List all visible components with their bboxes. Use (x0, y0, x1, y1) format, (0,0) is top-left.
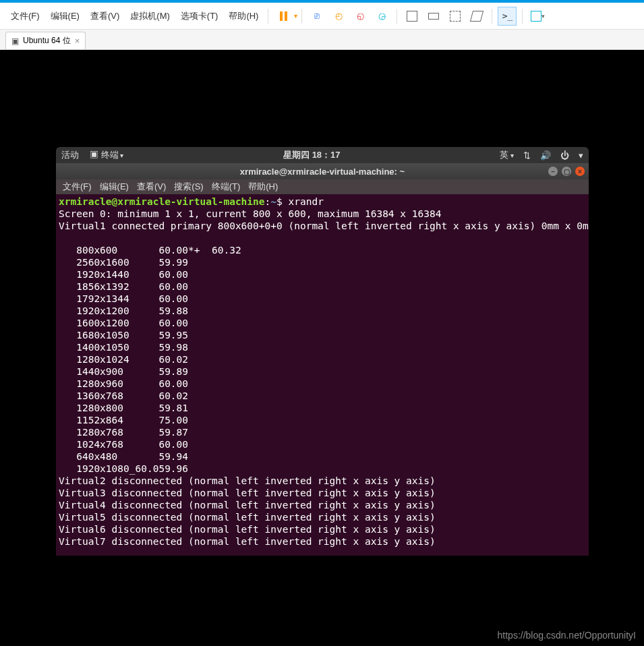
send-cad-icon[interactable]: ⎚ (308, 7, 326, 26)
volume-icon[interactable]: 🔊 (540, 150, 551, 160)
snapshot-manager-icon[interactable]: ◶ (372, 7, 391, 26)
close-icon[interactable]: × (75, 36, 80, 46)
app-menu[interactable]: ▣ 终端 (90, 149, 123, 161)
terminal-title: xrmiracle@xrmiracle-virtual-machine: ~ (240, 167, 405, 177)
window-close-button[interactable]: × (575, 167, 585, 176)
topbar-datetime[interactable]: 星期四 18：17 (123, 149, 500, 161)
menu-vm[interactable]: 虚拟机(M) (125, 10, 175, 22)
menu-view[interactable]: 查看(V) (85, 10, 125, 22)
vm-screen: 🗄 🔊 ? >_ 活动 ▣ 终端 星期四 18：17 英 ⇅ 🔊 ⏻ (0, 50, 644, 646)
input-method-indicator[interactable]: 英 (500, 149, 514, 161)
gnome-topbar: 活动 ▣ 终端 星期四 18：17 英 ⇅ 🔊 ⏻ ▾ (56, 147, 589, 163)
snapshot-take-icon[interactable]: ◴ (329, 7, 348, 26)
menu-help[interactable]: 帮助(H) (223, 10, 264, 22)
activities-button[interactable]: 活动 (61, 149, 79, 161)
vmware-menubar: 文件(F) 编辑(E) 查看(V) 虚拟机(M) 选项卡(T) 帮助(H) ▾ … (0, 3, 644, 30)
window-maximize-button[interactable]: ▢ (562, 167, 571, 176)
pause-icon[interactable] (274, 7, 293, 26)
power-icon[interactable]: ⏻ (560, 150, 569, 160)
term-menu-terminal[interactable]: 终端(T) (209, 181, 243, 193)
console-icon[interactable]: >_ (498, 7, 517, 26)
terminal-output[interactable]: xrmiracle@xrmiracle-virtual-machine:~$ x… (56, 194, 589, 556)
fullscreen-icon[interactable] (403, 7, 421, 26)
settings-icon[interactable]: ▾ (528, 7, 547, 26)
tab-label: Ubuntu 64 位 (23, 35, 71, 47)
menu-file[interactable]: 文件(F) (5, 10, 45, 22)
menu-edit[interactable]: 编辑(E) (45, 10, 85, 22)
term-menu-file[interactable]: 文件(F) (60, 181, 94, 193)
network-icon[interactable]: ⇅ (523, 150, 531, 160)
vmware-tabbar: ▣ Ubuntu 64 位 × (0, 30, 644, 50)
tab-icon: ▣ (11, 36, 19, 46)
watermark-text: https://blog.csdn.net/OpportunityI (498, 630, 636, 641)
menu-tabs[interactable]: 选项卡(T) (175, 10, 224, 22)
term-menu-help[interactable]: 帮助(H) (245, 181, 281, 193)
unity-icon[interactable] (424, 7, 443, 26)
vm-tab-ubuntu[interactable]: ▣ Ubuntu 64 位 × (5, 32, 86, 49)
snapshot-revert-icon[interactable]: ◵ (351, 7, 370, 26)
term-menu-edit[interactable]: 编辑(E) (97, 181, 131, 193)
ubuntu-window: 活动 ▣ 终端 星期四 18：17 英 ⇅ 🔊 ⏻ ▾ xrmiracle@xr… (56, 147, 589, 556)
window-minimize-button[interactable]: – (548, 167, 558, 176)
term-menu-search[interactable]: 搜索(S) (171, 181, 206, 193)
term-menu-view[interactable]: 查看(V) (134, 181, 169, 193)
fit-guest-icon[interactable] (446, 7, 465, 26)
terminal-menubar: 文件(F) 编辑(E) 查看(V) 搜索(S) 终端(T) 帮助(H) (56, 179, 589, 194)
stretch-icon[interactable] (467, 7, 486, 26)
terminal-titlebar[interactable]: xrmiracle@xrmiracle-virtual-machine: ~ –… (56, 163, 589, 179)
chevron-down-icon[interactable]: ▾ (579, 150, 583, 160)
